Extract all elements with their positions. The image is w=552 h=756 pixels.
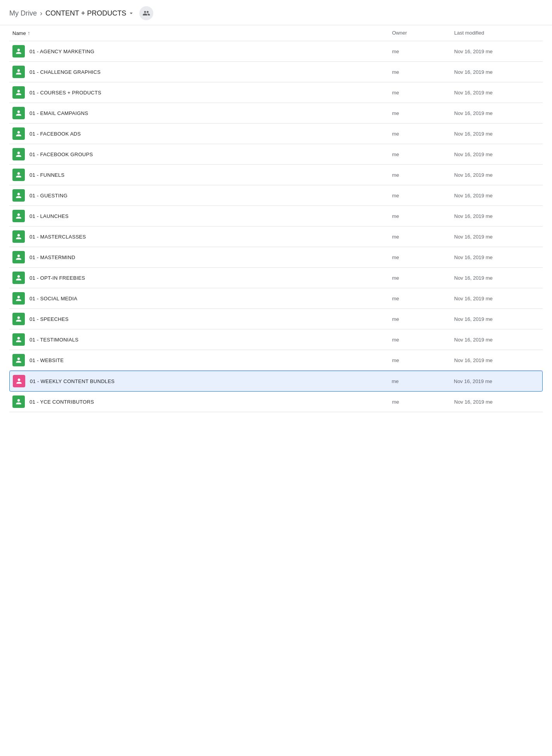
table-row[interactable]: 01 - LAUNCHES me Nov 16, 2019 me [9, 206, 543, 226]
table-row[interactable]: 01 - SOCIAL MEDIA me Nov 16, 2019 me [9, 288, 543, 309]
chevron-down-icon[interactable] [128, 10, 135, 17]
table-row[interactable]: 01 - CHALLENGE GRAPHICS me Nov 16, 2019 … [9, 62, 543, 82]
row-name-cell: 01 - FACEBOOK ADS [12, 127, 392, 140]
row-folder-name: 01 - AGENCY MARKETING [30, 49, 94, 54]
row-name-cell: 01 - AGENCY MARKETING [12, 45, 392, 57]
header: My Drive › CONTENT + PRODUCTS [0, 0, 552, 25]
row-name-cell: 01 - LAUNCHES [12, 210, 392, 222]
row-name-cell: 01 - COURSES + PRODUCTS [12, 86, 392, 99]
row-modified: Nov 16, 2019 me [454, 172, 540, 178]
person-folder-icon [15, 109, 23, 117]
file-list-table: Name ↑ Owner Last modified 01 - AGENCY M… [0, 25, 552, 412]
person-folder-icon [15, 377, 23, 385]
row-folder-name: 01 - YCE CONTRIBUTORS [30, 399, 94, 405]
row-modified: Nov 16, 2019 me [454, 131, 540, 137]
table-header: Name ↑ Owner Last modified [9, 25, 543, 41]
row-folder-name: 01 - MASTERCLASSES [30, 234, 86, 240]
row-folder-name: 01 - FUNNELS [30, 172, 64, 178]
row-name-cell: 01 - FUNNELS [12, 169, 392, 181]
folder-icon [12, 230, 25, 243]
row-owner: me [392, 172, 454, 178]
row-owner: me [392, 254, 454, 260]
row-owner: me [392, 399, 454, 405]
row-owner: me [392, 337, 454, 343]
table-body: 01 - AGENCY MARKETING me Nov 16, 2019 me… [9, 41, 543, 412]
table-row[interactable]: 01 - FUNNELS me Nov 16, 2019 me [9, 165, 543, 185]
row-name-cell: 01 - GUESTING [12, 189, 392, 202]
table-row[interactable]: 01 - TESTIMONIALS me Nov 16, 2019 me [9, 329, 543, 350]
modified-column-header[interactable]: Last modified [454, 30, 540, 36]
row-modified: Nov 16, 2019 me [454, 193, 540, 199]
folder-icon [12, 148, 25, 160]
row-folder-name: 01 - WEEKLY CONTENT BUNDLES [30, 378, 115, 384]
folder-icon [12, 107, 25, 119]
row-modified: Nov 16, 2019 me [454, 357, 540, 363]
table-row[interactable]: 01 - WEBSITE me Nov 16, 2019 me [9, 350, 543, 371]
folder-icon [12, 127, 25, 140]
name-column-header[interactable]: Name ↑ [12, 30, 392, 36]
folder-icon [12, 86, 25, 99]
breadcrumb-current-folder[interactable]: CONTENT + PRODUCTS [45, 9, 135, 17]
row-name-cell: 01 - EMAIL CAMPAIGNS [12, 107, 392, 119]
row-name-cell: 01 - MASTERCLASSES [12, 230, 392, 243]
row-owner: me [392, 234, 454, 240]
row-modified: Nov 16, 2019 me [454, 234, 540, 240]
row-modified: Nov 16, 2019 me [454, 152, 540, 157]
breadcrumb: My Drive › CONTENT + PRODUCTS [9, 9, 135, 17]
row-folder-name: 01 - WEBSITE [30, 357, 64, 363]
table-row[interactable]: 01 - FACEBOOK GROUPS me Nov 16, 2019 me [9, 144, 543, 165]
folder-icon [12, 333, 25, 346]
table-row[interactable]: 01 - SPEECHES me Nov 16, 2019 me [9, 309, 543, 329]
person-folder-icon [15, 212, 23, 220]
owner-column-header[interactable]: Owner [392, 30, 454, 36]
row-owner: me [392, 110, 454, 116]
table-row[interactable]: 01 - EMAIL CAMPAIGNS me Nov 16, 2019 me [9, 103, 543, 124]
person-folder-icon [15, 68, 23, 76]
current-folder-label: CONTENT + PRODUCTS [45, 9, 126, 17]
table-row[interactable]: 01 - WEEKLY CONTENT BUNDLES me Nov 16, 2… [9, 371, 543, 392]
people-icon [142, 9, 150, 17]
row-owner: me [392, 90, 454, 96]
row-folder-name: 01 - LAUNCHES [30, 213, 69, 219]
row-folder-name: 01 - FACEBOOK ADS [30, 131, 81, 137]
row-folder-name: 01 - CHALLENGE GRAPHICS [30, 69, 101, 75]
row-owner: me [392, 357, 454, 363]
row-modified: Nov 16, 2019 me [454, 399, 540, 405]
folder-icon [12, 45, 25, 57]
row-folder-name: 01 - MASTERMIND [30, 254, 75, 260]
table-row[interactable]: 01 - MASTERMIND me Nov 16, 2019 me [9, 247, 543, 268]
table-row[interactable]: 01 - FACEBOOK ADS me Nov 16, 2019 me [9, 124, 543, 144]
row-name-cell: 01 - WEBSITE [12, 354, 392, 366]
row-modified: Nov 16, 2019 me [454, 275, 540, 281]
table-row[interactable]: 01 - YCE CONTRIBUTORS me Nov 16, 2019 me [9, 392, 543, 412]
row-owner: me [392, 316, 454, 322]
row-folder-name: 01 - COURSES + PRODUCTS [30, 90, 101, 96]
person-folder-icon [15, 315, 23, 323]
row-folder-name: 01 - EMAIL CAMPAIGNS [30, 110, 88, 116]
row-name-cell: 01 - WEEKLY CONTENT BUNDLES [13, 375, 392, 387]
folder-icon [12, 189, 25, 202]
row-name-cell: 01 - FACEBOOK GROUPS [12, 148, 392, 160]
folder-icon [12, 251, 25, 263]
folder-icon [12, 66, 25, 78]
row-name-cell: 01 - YCE CONTRIBUTORS [12, 395, 392, 408]
folder-icon [12, 210, 25, 222]
row-name-cell: 01 - OPT-IN FREEBIES [12, 272, 392, 284]
person-folder-icon [15, 233, 23, 240]
row-modified: Nov 16, 2019 me [454, 254, 540, 260]
my-drive-link[interactable]: My Drive [9, 9, 37, 17]
row-modified: Nov 16, 2019 me [454, 316, 540, 322]
table-row[interactable]: 01 - OPT-IN FREEBIES me Nov 16, 2019 me [9, 268, 543, 288]
row-owner: me [392, 296, 454, 301]
table-row[interactable]: 01 - GUESTING me Nov 16, 2019 me [9, 185, 543, 206]
table-row[interactable]: 01 - AGENCY MARKETING me Nov 16, 2019 me [9, 41, 543, 62]
row-folder-name: 01 - SOCIAL MEDIA [30, 296, 77, 301]
row-folder-name: 01 - OPT-IN FREEBIES [30, 275, 85, 281]
table-row[interactable]: 01 - COURSES + PRODUCTS me Nov 16, 2019 … [9, 82, 543, 103]
folder-icon [13, 375, 25, 387]
row-modified: Nov 16, 2019 me [454, 110, 540, 116]
row-name-cell: 01 - SOCIAL MEDIA [12, 292, 392, 305]
folder-icon [12, 169, 25, 181]
table-row[interactable]: 01 - MASTERCLASSES me Nov 16, 2019 me [9, 226, 543, 247]
shared-avatar-button[interactable] [139, 6, 153, 20]
